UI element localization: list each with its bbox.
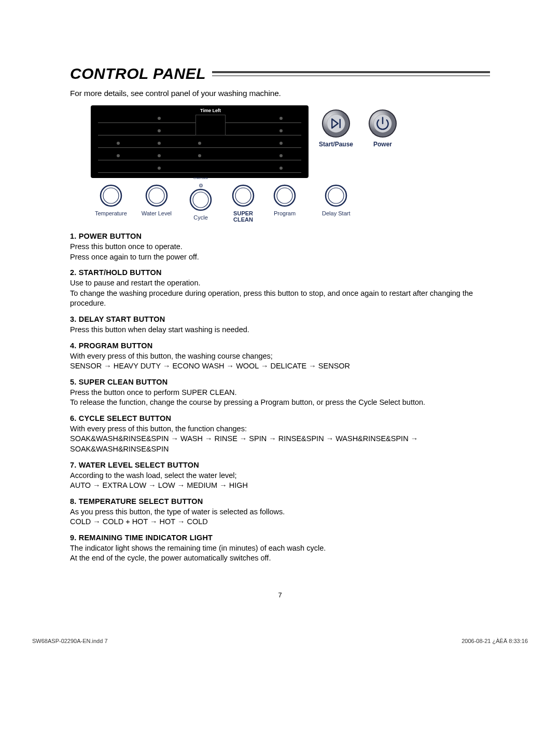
water-level-label: Water Level: [142, 210, 172, 216]
svg-point-18: [328, 188, 344, 203]
water-level-button[interactable]: Water Level: [142, 184, 172, 216]
indicator-dot: [158, 167, 161, 170]
knob-icon: [325, 184, 347, 207]
indicator-dot: [117, 142, 120, 145]
time-display-window: [195, 115, 226, 135]
section-body: Press this button once to operate.Press …: [70, 242, 490, 262]
program-label: Program: [274, 210, 296, 216]
indicator-dot: [198, 154, 201, 157]
svg-point-11: [190, 189, 211, 210]
power-label: Power: [373, 141, 392, 148]
power-icon: [368, 108, 398, 139]
delay-start-label: Delay Start: [322, 210, 350, 216]
footer-left: SW68ASP-02290A-EN.indd 7: [32, 638, 108, 644]
title-decoration: [212, 71, 490, 76]
svg-point-8: [103, 188, 119, 203]
power-button[interactable]: Power: [368, 108, 398, 148]
child-lock-icon: ⚙: [199, 183, 203, 188]
section-program-button: 4. PROGRAM BUTTON With every press of th…: [70, 341, 490, 372]
section-delay-start-button: 3. DELAY START BUTTON Press this button …: [70, 315, 490, 335]
control-panel-diagram: Time Left: [91, 105, 417, 223]
section-cycle-select-button: 6. CYCLE SELECT BUTTON With every press …: [70, 414, 490, 455]
indicator-dot: [158, 129, 161, 132]
indicator-dot: [158, 154, 161, 157]
section-start-hold-button: 2. START/HOLD BUTTON Use to pause and re…: [70, 268, 490, 309]
temperature-button[interactable]: Temperature: [95, 184, 127, 216]
section-body: As you press this button, the type of wa…: [70, 507, 490, 527]
start-pause-button[interactable]: Start/Pause: [319, 108, 353, 148]
svg-point-16: [277, 188, 292, 203]
section-heading: 5. SUPER CLEAN BUTTON: [70, 378, 490, 386]
section-body: With every press of this button, the fun…: [70, 424, 490, 455]
section-heading: 3. DELAY START BUTTON: [70, 315, 490, 323]
section-heading: 9. REMAINING TIME INDICATOR LIGHT: [70, 534, 490, 542]
section-water-level-select-button: 7. WATER LEVEL SELECT BUTTON According t…: [70, 461, 490, 491]
indicator-dot: [117, 154, 120, 157]
knob-icon: [232, 184, 255, 207]
knob-icon: [273, 184, 296, 207]
knob-icon: [145, 184, 168, 207]
indicator-dot: [279, 142, 283, 145]
section-heading: 1. POWER BUTTON: [70, 232, 490, 240]
page-number: 7: [0, 591, 560, 599]
svg-point-17: [326, 185, 346, 206]
cycle-label: Cycle: [193, 214, 208, 221]
svg-point-14: [235, 188, 251, 203]
play-pause-icon: [321, 108, 351, 139]
temperature-label: Temperature: [95, 210, 127, 216]
cycle-button[interactable]: Child Lock ⚙ Cycle: [189, 184, 212, 221]
page-title-row: CONTROL PANEL: [70, 65, 490, 83]
indicator-dot: [158, 117, 161, 120]
page-title: CONTROL PANEL: [70, 65, 206, 83]
svg-point-13: [233, 185, 254, 206]
section-power-button: 1. POWER BUTTON Press this button once t…: [70, 232, 490, 262]
svg-point-9: [146, 185, 167, 206]
indicator-dot: [279, 129, 283, 132]
knob-icon: [189, 188, 212, 211]
svg-point-7: [101, 185, 121, 206]
section-heading: 7. WATER LEVEL SELECT BUTTON: [70, 461, 490, 469]
lcd-display-panel: Time Left: [91, 105, 309, 178]
section-heading: 2. START/HOLD BUTTON: [70, 268, 490, 277]
svg-point-15: [274, 185, 295, 206]
section-heading: 6. CYCLE SELECT BUTTON: [70, 414, 490, 422]
section-body: With every press of this button, the was…: [70, 351, 490, 372]
indicator-dot: [158, 142, 161, 145]
time-left-label: Time Left: [199, 108, 222, 113]
child-lock-label: Child Lock: [193, 176, 208, 180]
section-body: Use to pause and restart the operation.T…: [70, 278, 490, 309]
indicator-dot: [279, 154, 283, 157]
svg-point-2: [327, 115, 345, 133]
section-heading: 8. TEMPERATURE SELECT BUTTON: [70, 497, 490, 505]
start-pause-label: Start/Pause: [319, 141, 353, 148]
section-body: Press the button once to perform SUPER C…: [70, 388, 490, 408]
super-clean-button[interactable]: SUPERCLEAN: [232, 184, 255, 223]
knob-icon: [100, 184, 122, 207]
indicator-dot: [279, 167, 283, 170]
section-super-clean-button: 5. SUPER CLEAN BUTTON Press the button o…: [70, 378, 490, 408]
indicator-dot: [279, 117, 283, 120]
footer-right: 2006-08-21 ¿ÀÈÄ 8:33:16: [461, 638, 528, 644]
sections-list: 1. POWER BUTTON Press this button once t…: [70, 232, 490, 564]
svg-point-10: [149, 188, 164, 203]
section-body: Press this button when delay start washi…: [70, 325, 490, 335]
footer: SW68ASP-02290A-EN.indd 7 2006-08-21 ¿ÀÈÄ…: [32, 638, 528, 644]
intro-text: For more details, see control panel of y…: [70, 89, 490, 98]
program-button[interactable]: Program: [273, 184, 296, 216]
delay-start-button[interactable]: Delay Start: [322, 184, 350, 216]
section-remaining-time-indicator: 9. REMAINING TIME INDICATOR LIGHT The in…: [70, 534, 490, 564]
section-heading: 4. PROGRAM BUTTON: [70, 341, 490, 350]
indicator-dot: [198, 142, 201, 145]
section-temperature-select-button: 8. TEMPERATURE SELECT BUTTON As you pres…: [70, 497, 490, 527]
section-body: The indicator light shows the remaining …: [70, 543, 490, 564]
svg-point-12: [193, 192, 208, 208]
super-clean-label: SUPERCLEAN: [233, 210, 253, 223]
section-body: According to the wash load, select the w…: [70, 471, 490, 491]
